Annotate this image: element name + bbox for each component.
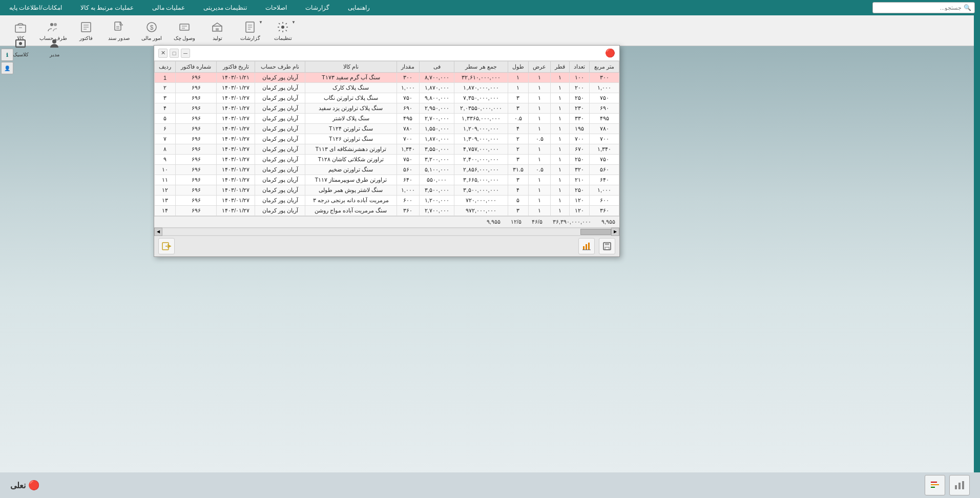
table-cell: ۳,۵۰۰,۰۰۰ <box>420 185 454 196</box>
issue-doc-btn[interactable]: صدور سند <box>103 17 134 44</box>
table-cell: ۳۲,۶۱۰,۰۰۰,۰۰۰ <box>454 73 508 83</box>
modal-titlebar: 🔴 ─ □ ✕ <box>154 46 619 61</box>
svg-rect-24 <box>15 25 26 32</box>
taskbar-chart-btn[interactable] <box>949 475 970 495</box>
svg-point-23 <box>54 23 57 26</box>
table-cell: ۲,۴۰۰,۰۰۰,۰۰۰ <box>454 155 508 165</box>
manager-btn[interactable]: مدیر <box>39 33 70 60</box>
table-cell: ۱,۳۴۰ <box>397 144 420 155</box>
menu-base[interactable]: امکانات/اطلاعات پایه <box>5 3 66 12</box>
table-cell: ۵ <box>155 114 176 124</box>
table-cell: ۶۰۰ <box>397 196 420 206</box>
settings-btn[interactable]: تنظیمات ▼ <box>267 17 298 44</box>
table-cell: آریان پور کرمان <box>255 93 305 103</box>
table-cell: ۳ <box>508 206 528 216</box>
invoice-btn[interactable]: فاکتور <box>71 17 101 44</box>
scroll-left-arrow[interactable]: ◀ <box>154 228 162 236</box>
financial-btn[interactable]: $ امور مالی <box>136 17 167 44</box>
table-cell: ۱ <box>551 185 570 196</box>
reports-icon <box>243 20 257 34</box>
col-row-total: جمع هر سطر <box>454 61 508 73</box>
sidebar-info-icon[interactable]: ℹ <box>1 49 13 61</box>
table-row[interactable]: ۷۸۰۱۹۵۱۱۴۱,۲۰۹,۰۰۰,۰۰۰۱,۵۵۰,۰۰۰۷۸۰سنگ تر… <box>155 124 619 134</box>
table-row[interactable]: ۶۰۰۱۲۰۱۱۵۷۲۰,۰۰۰,۰۰۰۱,۲۰۰,۰۰۰۶۰۰مرمریت آ… <box>155 196 619 206</box>
production-btn[interactable]: تولید <box>202 17 233 44</box>
table-row[interactable]: ۱,۰۰۰۲۵۰۱۱۴۳,۵۰۰,۰۰۰,۰۰۰۳,۵۰۰,۰۰۰۱,۰۰۰سن… <box>155 185 619 196</box>
table-cell: ۴,۷۵۷,۰۰۰,۰۰۰ <box>454 144 508 155</box>
table-cell: ۵۵۰,۰۰۰ <box>420 175 454 185</box>
sidebar-user-icon[interactable]: 👤 <box>1 62 13 74</box>
table-row[interactable]: ۵۶۰۳۲۰۱۰.۵۳۱.۵۲,۸۵۶,۰۰۰,۰۰۰۵,۱۰۰,۰۰۰۵۶۰س… <box>155 165 619 175</box>
col-row-num: ردیف <box>155 61 176 73</box>
table-row[interactable]: ۷۵۰۲۵۰۱۱۳۷,۳۵۰,۰۰۰,۰۰۰۹,۸۰۰,۰۰۰۷۵۰سنگ پل… <box>155 93 619 103</box>
scroll-track[interactable] <box>162 229 611 235</box>
table-cell: ۹۷۲,۰۰۰,۰۰۰ <box>454 206 508 216</box>
menu-management[interactable]: تنظیمات مدیریتی <box>199 3 251 12</box>
footer-quantity-total: ۹,۹۵۵ <box>601 219 615 225</box>
table-cell: ۱,۳۰۹,۰۰۰,۰۰۰ <box>454 134 508 144</box>
table-cell: ۴۹۵ <box>397 114 420 124</box>
modal-chart-btn[interactable] <box>578 238 595 254</box>
table-cell: ۴ <box>508 185 528 196</box>
svg-rect-35 <box>955 485 957 489</box>
table-cell: ۱۴۰۳/۰۱/۲۷ <box>217 185 255 196</box>
menu-financial[interactable]: عملیات مالی <box>148 3 189 12</box>
modal-logo: 🔴 <box>605 48 615 58</box>
horizontal-scrollbar[interactable]: ▶ ◀ <box>154 227 619 235</box>
svg-point-3 <box>281 26 284 29</box>
menu-help[interactable]: راهنمایی <box>344 3 374 12</box>
reports-btn[interactable]: گزارشات ▼ <box>235 17 265 44</box>
menu-reports[interactable]: گزارشات <box>301 3 333 12</box>
table-row[interactable]: ۳۶۰۱۲۰۱۱۳۹۷۲,۰۰۰,۰۰۰۲,۷۰۰,۰۰۰۳۶۰سنگ مرمر… <box>155 206 619 216</box>
table-row[interactable]: ۱,۰۰۰۲۰۰۱۱۱۱,۸۷۰,۰۰۰,۰۰۰۱,۸۷۰,۰۰۰۱,۰۰۰سن… <box>155 83 619 93</box>
modal-save-btn[interactable] <box>599 238 615 254</box>
svg-rect-31 <box>588 243 590 250</box>
table-row[interactable]: ۷۰۰۷۰۰۱۰.۵۲۱,۳۰۹,۰۰۰,۰۰۰۱,۸۷۰,۰۰۰۷۰۰سنگ … <box>155 134 619 144</box>
modal-exit-btn[interactable] <box>158 238 175 254</box>
table-cell: ۱۴۰۳/۰۱/۲۱ <box>217 73 255 83</box>
table-row[interactable]: ۷۵۰۲۵۰۱۱۳۲,۴۰۰,۰۰۰,۰۰۰۳,۲۰۰,۰۰۰۷۵۰تراورت… <box>155 155 619 165</box>
col-length: طول <box>508 61 528 73</box>
table-cell: ۱,۸۷۰,۰۰۰ <box>420 134 454 144</box>
table-cell: تراورتن دهشرنشکافه ای T۱۱۳ <box>305 144 397 155</box>
modal-maximize-btn[interactable]: □ <box>170 49 179 58</box>
table-row[interactable]: ۶۹۰۲۳۰۱۱۳۲,۰۳۵۵۰,۰۰۰,۰۰۰۲,۹۵۰,۰۰۰۶۹۰سنگ … <box>155 103 619 114</box>
table-container[interactable]: متر مربع تعداد قطر عرض طول جمع هر سطر فی… <box>154 61 619 216</box>
scroll-thumb[interactable] <box>580 229 611 235</box>
table-cell: ۱۴۰۳/۰۱/۲۷ <box>217 124 255 134</box>
table-cell: آریان پور کرمان <box>255 103 305 114</box>
table-row[interactable]: ۳۰۰۱۰۰۱۱۱۳۲,۶۱۰,۰۰۰,۰۰۰۸,۷۰۰,۰۰۰۳۰۰سنگ آ… <box>155 73 619 83</box>
table-cell: سنگ مرمریت آباده مواج روشن <box>305 206 397 216</box>
table-cell: سنگ پلاک لاشتر <box>305 114 397 124</box>
table-cell: ۳ <box>508 93 528 103</box>
modal-minimize-btn[interactable]: ─ <box>181 49 190 58</box>
table-row[interactable]: ۴۹۵۳۳۰۱۱۰.۵۱,۳۳۶۵,۰۰۰,۰۰۰۲,۷۰۰,۰۰۰۴۹۵سنگ… <box>155 114 619 124</box>
taskbar-bar-chart-btn[interactable] <box>925 475 945 495</box>
table-cell: ۱ <box>551 144 570 155</box>
table-cell: ۱۰۰ <box>570 73 590 83</box>
scroll-right-arrow[interactable]: ▶ <box>611 228 619 236</box>
table-cell: ۶۹۶ <box>176 206 217 216</box>
modal-close-btn[interactable]: ✕ <box>158 49 168 58</box>
col-account-name: نام طرف حساب <box>255 61 305 73</box>
table-cell: ۱۴ <box>155 206 176 216</box>
search-container: 🔍 <box>872 2 975 13</box>
table-cell: سنگ پلاک کارک <box>305 83 397 93</box>
table-row[interactable]: ۱,۳۴۰۶۷۰۱۱۲۴,۷۵۷,۰۰۰,۰۰۰۳,۵۵۰,۰۰۰۱,۳۴۰تر… <box>155 144 619 155</box>
table-cell: تراورتن طرق سویپرممتاز T۱۱۷ <box>305 175 397 185</box>
table-cell: ۱ <box>508 73 528 83</box>
table-cell: ۹ <box>155 155 176 165</box>
check-receipt-btn[interactable]: وصول چک <box>169 17 200 44</box>
table-cell: ۱۴۰۳/۰۱/۲۷ <box>217 83 255 93</box>
table-row[interactable]: ۶۴۰۲۱۰۱۱۳۳,۶۶۵,۰۰۰,۰۰۰۵۵۰,۰۰۰۶۴۰تراورتن … <box>155 175 619 185</box>
table-cell: ۱ <box>551 165 570 175</box>
table-body: ۳۰۰۱۰۰۱۱۱۳۲,۶۱۰,۰۰۰,۰۰۰۸,۷۰۰,۰۰۰۳۰۰سنگ آ… <box>155 73 619 216</box>
table-cell: ۱,۲۰۰,۰۰۰ <box>420 196 454 206</box>
search-input[interactable] <box>876 5 962 11</box>
table-cell: ۲۰۰ <box>570 83 590 93</box>
table-cell: ۱,۲۰۹,۰۰۰,۰۰۰ <box>454 124 508 134</box>
right-scrollbar[interactable] <box>974 15 980 472</box>
col-sqm: متر مربع <box>590 61 619 73</box>
menu-corrections[interactable]: اصلاحات <box>261 3 291 12</box>
menu-goods[interactable]: عملیات مرتبط به کالا <box>76 3 138 12</box>
